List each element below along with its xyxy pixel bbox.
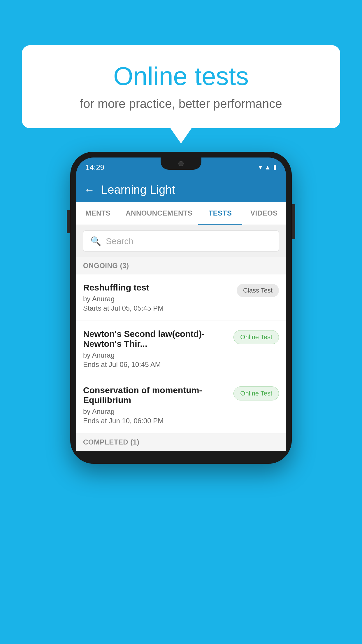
test-by-3: by Anurag <box>83 407 229 416</box>
notch <box>161 158 201 170</box>
test-by-2: by Anurag <box>83 351 229 359</box>
test-by-1: by Anurag <box>83 295 232 303</box>
phone-frame-wrapper: 14:29 ▾ ▲ ▮ ← Learning Light MENTS ANNOU… <box>70 152 292 464</box>
test-badge-3: Online Test <box>233 386 279 400</box>
tab-announcements[interactable]: ANNOUNCEMENTS <box>120 202 198 225</box>
test-item-3[interactable]: Conservation of momentum-Equilibrium by … <box>76 377 286 433</box>
bubble-subtitle: for more practice, better performance <box>39 97 323 111</box>
section-ongoing-header: ONGOING (3) <box>76 257 286 274</box>
test-badge-1: Class Test <box>237 284 279 297</box>
wifi-icon: ▾ <box>259 164 262 171</box>
app-header: ← Learning Light <box>76 177 286 202</box>
side-button-right <box>292 204 295 239</box>
test-item-2[interactable]: Newton's Second law(contd)-Newton's Thir… <box>76 321 286 377</box>
side-button-left <box>67 210 70 233</box>
speech-bubble: Online tests for more practice, better p… <box>22 45 340 128</box>
search-input[interactable]: Search <box>106 236 133 246</box>
status-icons: ▾ ▲ ▮ <box>259 164 277 171</box>
app-screen: ← Learning Light MENTS ANNOUNCEMENTS TES… <box>76 177 286 451</box>
test-info-1: Reshuffling test by Anurag Starts at Jul… <box>83 283 232 312</box>
back-button[interactable]: ← <box>84 184 95 196</box>
test-info-2: Newton's Second law(contd)-Newton's Thir… <box>83 329 229 369</box>
section-completed-header: COMPLETED (1) <box>76 433 286 451</box>
search-container: 🔍 Search <box>76 225 286 257</box>
phone-bottom <box>76 451 286 458</box>
status-bar: 14:29 ▾ ▲ ▮ <box>76 158 286 177</box>
tab-tests[interactable]: TESTS <box>198 202 242 225</box>
search-bar[interactable]: 🔍 Search <box>83 230 279 252</box>
bubble-title: Online tests <box>39 61 323 91</box>
tab-ments[interactable]: MENTS <box>76 202 120 225</box>
tab-videos[interactable]: VIDEOS <box>242 202 286 225</box>
tabs-container: MENTS ANNOUNCEMENTS TESTS VIDEOS <box>76 202 286 225</box>
app-title: Learning Light <box>101 183 175 196</box>
test-badge-2: Online Test <box>233 330 279 344</box>
battery-icon: ▮ <box>273 164 277 171</box>
test-name-3: Conservation of momentum-Equilibrium <box>83 385 229 405</box>
status-time: 14:29 <box>85 163 104 172</box>
test-item-1[interactable]: Reshuffling test by Anurag Starts at Jul… <box>76 274 286 321</box>
test-time-2: Ends at Jul 06, 10:45 AM <box>83 360 229 369</box>
search-icon: 🔍 <box>90 236 101 246</box>
test-info-3: Conservation of momentum-Equilibrium by … <box>83 385 229 425</box>
test-time-1: Starts at Jul 05, 05:45 PM <box>83 304 232 312</box>
signal-icon: ▲ <box>264 164 271 171</box>
test-time-3: Ends at Jun 10, 06:00 PM <box>83 417 229 425</box>
test-name-2: Newton's Second law(contd)-Newton's Thir… <box>83 329 229 349</box>
phone-frame: 14:29 ▾ ▲ ▮ ← Learning Light MENTS ANNOU… <box>70 152 292 464</box>
camera <box>178 161 184 166</box>
test-name-1: Reshuffling test <box>83 283 232 293</box>
